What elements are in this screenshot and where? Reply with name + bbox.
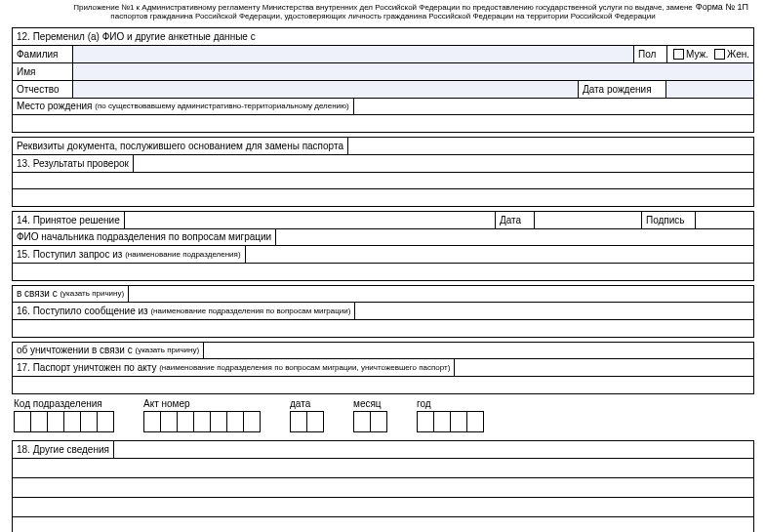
- section-14-field[interactable]: [125, 212, 495, 228]
- section-14-row: 14. Принятое решение Дата Подпись: [12, 211, 754, 228]
- patronymic-row: Отчество Дата рождения: [12, 80, 754, 98]
- section-14-sign-label: Подпись: [641, 212, 695, 228]
- section-17-blank[interactable]: [12, 377, 754, 394]
- doc-basis-field[interactable]: [348, 138, 753, 154]
- month-box[interactable]: [370, 411, 387, 432]
- year-box[interactable]: [450, 411, 467, 432]
- section-15-reason-label: в связи с (указать причину): [13, 286, 129, 302]
- dob-label: Дата рождения: [578, 81, 665, 98]
- section-16-field[interactable]: [355, 303, 753, 319]
- surname-label: Фамилия: [13, 46, 73, 62]
- birthplace-field[interactable]: [354, 99, 753, 114]
- act-box[interactable]: [177, 411, 194, 432]
- section-15-reason-row: в связи с (указать причину): [12, 285, 754, 303]
- birthplace-row: Место рождения (по существовавшему админ…: [12, 98, 754, 115]
- section-15-blank[interactable]: [12, 264, 754, 281]
- dept-code-box[interactable]: [97, 411, 114, 432]
- section-14-title: 14. Принятое решение: [13, 212, 125, 228]
- chief-field[interactable]: [276, 229, 753, 245]
- section-18-blank[interactable]: [12, 458, 754, 477]
- section-17-row: 17. Паспорт уничтожен по акту (наименова…: [12, 359, 754, 377]
- section-15-field[interactable]: [246, 246, 753, 263]
- dept-code-box[interactable]: [63, 411, 81, 432]
- name-row: Имя: [12, 62, 754, 80]
- sex-female-label: Жен.: [727, 49, 749, 60]
- year-box[interactable]: [466, 411, 484, 432]
- section-13-field[interactable]: [134, 155, 753, 172]
- section-17-title: 17. Паспорт уничтожен по акту (наименова…: [13, 359, 455, 376]
- birthplace-label: Место рождения (по существовавшему админ…: [13, 99, 354, 114]
- sex-male-checkbox[interactable]: [673, 49, 684, 60]
- dept-code-box[interactable]: [80, 411, 98, 432]
- form-number: Форма № 1П: [696, 2, 748, 12]
- act-label: Акт номер: [143, 398, 261, 409]
- act-box[interactable]: [193, 411, 211, 432]
- sex-female-checkbox[interactable]: [714, 49, 725, 60]
- section-14-sign-field[interactable]: [695, 212, 753, 228]
- act-box[interactable]: [210, 411, 227, 432]
- section-15-row: 15. Поступил запрос из (наименование под…: [12, 246, 754, 264]
- year-box[interactable]: [417, 411, 434, 432]
- patronymic-label: Отчество: [13, 81, 73, 98]
- header-line-2: паспортов гражданина Российской Федераци…: [12, 13, 754, 21]
- dept-code-box[interactable]: [14, 411, 31, 432]
- code-boxes-area: Код подразделения Акт номер дата ме: [12, 398, 754, 432]
- patronymic-field[interactable]: [73, 81, 578, 98]
- section-18-blank[interactable]: [12, 516, 754, 532]
- section-13-row: 13. Результаты проверок: [12, 154, 754, 172]
- section-16-title: 16. Поступило сообщение из (наименование…: [13, 303, 355, 319]
- sex-male-label: Муж.: [686, 49, 708, 60]
- doc-basis-label: Реквизиты документа, послужившего основа…: [13, 138, 348, 154]
- date-group: дата: [290, 398, 324, 432]
- section-14-date-label: Дата: [495, 212, 534, 228]
- month-label: месяц: [353, 398, 387, 409]
- section-14-date-field[interactable]: [534, 212, 641, 228]
- section-18-blank[interactable]: [12, 497, 754, 516]
- surname-row: Фамилия Пол Муж. Жен.: [12, 45, 754, 62]
- birthplace-row-2[interactable]: [12, 115, 754, 133]
- month-group: месяц: [353, 398, 387, 432]
- year-box[interactable]: [433, 411, 451, 432]
- surname-field[interactable]: [73, 46, 633, 62]
- section-15-reason-field[interactable]: [129, 286, 753, 302]
- section-18-row: 18. Другие сведения: [12, 440, 754, 458]
- act-group: Акт номер: [143, 398, 261, 432]
- act-box[interactable]: [226, 411, 244, 432]
- chief-row: ФИО начальника подразделения по вопросам…: [12, 228, 754, 246]
- dob-field[interactable]: [665, 81, 753, 98]
- section-18-title: 18. Другие сведения: [13, 441, 114, 458]
- section-18-blank[interactable]: [12, 477, 754, 497]
- chief-label: ФИО начальника подразделения по вопросам…: [13, 229, 276, 245]
- section-16-destroy-field[interactable]: [204, 343, 753, 358]
- date-box[interactable]: [290, 411, 307, 432]
- year-group: год: [417, 398, 484, 432]
- section-13-blank-1[interactable]: [12, 172, 754, 189]
- name-label: Имя: [13, 63, 73, 80]
- year-label: год: [417, 398, 484, 409]
- date-box[interactable]: [306, 411, 324, 432]
- month-box[interactable]: [353, 411, 371, 432]
- section-16-row: 16. Поступило сообщение из (наименование…: [12, 303, 754, 320]
- sex-options: Муж. Жен.: [666, 46, 753, 62]
- date-label: дата: [290, 398, 324, 409]
- section-16-destroy-label: об уничтожении в связи с (указать причин…: [13, 343, 204, 358]
- name-field[interactable]: [73, 63, 753, 80]
- act-box[interactable]: [143, 411, 161, 432]
- sex-label: Пол: [633, 46, 666, 62]
- act-box[interactable]: [160, 411, 178, 432]
- section-15-title: 15. Поступил запрос из (наименование под…: [13, 246, 246, 263]
- section-16-blank[interactable]: [12, 320, 754, 338]
- section-13-blank-2[interactable]: [12, 189, 754, 207]
- dept-code-box[interactable]: [30, 411, 48, 432]
- act-box[interactable]: [243, 411, 261, 432]
- dept-code-box[interactable]: [47, 411, 64, 432]
- section-12-title: 12. Переменил (а) ФИО и другие анкетные …: [13, 28, 260, 45]
- section-18-field[interactable]: [114, 441, 753, 458]
- dept-code-group: Код подразделения: [14, 398, 114, 432]
- section-13-title: 13. Результаты проверок: [13, 155, 134, 172]
- section-12-title-row: 12. Переменил (а) ФИО и другие анкетные …: [12, 27, 754, 45]
- section-17-field[interactable]: [455, 359, 753, 376]
- dept-code-label: Код подразделения: [14, 398, 114, 409]
- section-16-destroy-row: об уничтожении в связи с (указать причин…: [12, 342, 754, 359]
- doc-basis-row: Реквизиты документа, послужившего основа…: [12, 137, 754, 154]
